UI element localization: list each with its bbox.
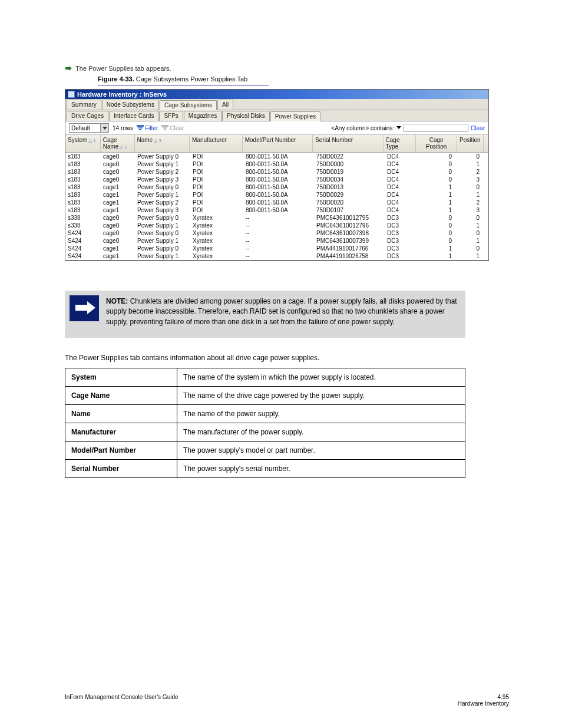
table-row[interactable]: s183cage0Power Supply 3POI800-0011-50.0A… (65, 176, 488, 183)
cell-sys: S424 (65, 245, 101, 252)
cell-cpos: 1 (418, 199, 459, 206)
cell-pos: 1 (459, 237, 485, 245)
col-cage-type[interactable]: Cage Type (384, 135, 416, 152)
cell-sys: s183 (65, 199, 101, 206)
col-system[interactable]: System△ 1 (65, 135, 101, 152)
window-titlebar: Hardware Inventory : InServs (65, 90, 488, 99)
col-cage-name[interactable]: Cage Name△ 2 (101, 135, 135, 152)
table-row[interactable]: s338cage0Power Supply 1Xyratex--PMC64361… (65, 222, 488, 229)
cell-ctype: DC4 (385, 176, 418, 183)
cell-pos: 0 (459, 229, 485, 237)
table-row[interactable]: S424cage0Power Supply 1Xyratex--PMC64361… (65, 237, 488, 245)
cell-name: Power Supply 0 (135, 245, 190, 252)
search-input[interactable] (404, 124, 468, 132)
cell-man: Xyratex (190, 214, 243, 222)
cell-cage: cage0 (101, 153, 135, 160)
table-row[interactable]: S424cage1Power Supply 0Xyratex--PMA44191… (65, 245, 488, 252)
definition-row: Cage NameThe name of the drive cage powe… (65, 386, 465, 404)
cell-name: Power Supply 1 (135, 191, 190, 199)
cell-cage: cage0 (101, 237, 135, 245)
cell-model: 800-0011-50.0A (243, 160, 314, 168)
clear-button[interactable]: Clear (471, 125, 485, 131)
cell-cpos: 0 (418, 214, 459, 222)
cell-man: POI (190, 199, 243, 206)
tab-cage-subsystems[interactable]: Cage Subsystems (160, 100, 217, 110)
chevron-down-icon[interactable] (100, 124, 108, 132)
table-row[interactable]: s338cage0Power Supply 0Xyratex--PMC64361… (65, 214, 488, 222)
chevron-down-icon[interactable] (396, 125, 401, 131)
cell-cage: cage0 (101, 160, 135, 168)
cell-model: -- (243, 229, 314, 237)
filter-clear-icon (161, 125, 168, 131)
any-column-label: <Any column> contains: (331, 125, 394, 131)
col-manufacturer[interactable]: Manufacturer (190, 135, 243, 152)
cell-model: -- (243, 245, 314, 252)
col-cage-position[interactable]: Cage Position (416, 135, 457, 152)
window-icon (68, 91, 75, 98)
cell-cpos: 0 (418, 168, 459, 176)
col-position[interactable]: Position (457, 135, 484, 152)
figure-caption: Cage Subsystems Power Supplies Tab (136, 75, 247, 83)
col-name[interactable]: Name△ 3 (135, 135, 190, 152)
cell-man: Xyratex (190, 229, 243, 237)
table-row[interactable]: s183cage0Power Supply 0POI800-0011-50.0A… (65, 153, 488, 160)
cell-model: -- (243, 252, 314, 260)
cell-cpos: 1 (418, 252, 459, 260)
cell-name: Power Supply 2 (135, 168, 190, 176)
cell-cpos: 0 (418, 229, 459, 237)
table-row[interactable]: S424cage1Power Supply 1Xyratex--PMA44191… (65, 252, 488, 260)
cell-man: POI (190, 176, 243, 183)
cell-serial: PMA441910026758 (314, 252, 385, 260)
tab-summary[interactable]: Summary (67, 100, 101, 110)
cell-man: Xyratex (190, 237, 243, 245)
table-row[interactable]: s183cage1Power Supply 3POI800-0011-50.0A… (65, 206, 488, 214)
cell-serial: PMC643610012795 (314, 214, 385, 222)
tab-physical-disks[interactable]: Physical Disks (222, 111, 269, 121)
svg-rect-4 (138, 127, 143, 129)
definition-row: SystemThe name of the system in which th… (65, 368, 465, 386)
table-row[interactable]: s183cage1Power Supply 1POI800-0011-50.0A… (65, 191, 488, 199)
cell-serial: PMA441910017766 (314, 245, 385, 252)
cell-man: Xyratex (190, 252, 243, 260)
definition-desc: The name of the power supply. (177, 404, 465, 423)
col-model[interactable]: Model/Part Number (243, 135, 313, 152)
footer-left: InForm Management Console User's Guide (65, 694, 178, 707)
section-intro: The Power Supplies tab contains informat… (65, 353, 509, 363)
definition-desc: The name of the drive cage powered by th… (177, 386, 465, 404)
cell-man: POI (190, 153, 243, 160)
svg-rect-3 (137, 125, 144, 127)
table-row[interactable]: S424cage0Power Supply 0Xyratex--PMC64361… (65, 229, 488, 237)
filter-button[interactable]: Filter (137, 125, 158, 131)
table-row[interactable]: s183cage1Power Supply 2POI800-0011-50.0A… (65, 199, 488, 206)
cell-man: POI (190, 183, 243, 191)
cell-man: Xyratex (190, 222, 243, 229)
tab-node-subsystems[interactable]: Node Subsystems (102, 100, 159, 110)
tab-interface-cards[interactable]: Interface Cards (109, 111, 158, 121)
tab-power-supplies[interactable]: Power Supplies (270, 111, 320, 121)
table-row[interactable]: s183cage1Power Supply 0POI800-0011-50.0A… (65, 183, 488, 191)
cell-pos: 2 (459, 199, 485, 206)
cell-cpos: 0 (418, 222, 459, 229)
tab-all[interactable]: All (217, 100, 233, 110)
definition-desc: The power supply's model or part number. (177, 441, 465, 459)
cell-ctype: DC3 (385, 222, 418, 229)
tab-drive-cages[interactable]: Drive Cages (67, 111, 108, 121)
col-serial[interactable]: Serial Number (313, 135, 383, 152)
tab-magazines[interactable]: Magazines (184, 111, 222, 121)
view-combo[interactable] (69, 123, 109, 133)
table-row[interactable]: s183cage0Power Supply 1POI800-0011-50.0A… (65, 160, 488, 168)
cell-ctype: DC3 (385, 237, 418, 245)
cell-sys: S424 (65, 252, 101, 260)
tab-sfps[interactable]: SFPs (159, 111, 183, 121)
definition-desc: The name of the system in which the powe… (177, 368, 465, 386)
rowcount-label: 14 rows (113, 125, 133, 131)
table-row[interactable]: s183cage0Power Supply 2POI800-0011-50.0A… (65, 168, 488, 176)
view-combo-input[interactable] (70, 124, 100, 132)
cell-sys: S424 (65, 237, 101, 245)
figure-label: Figure 4-33. Cage Subsystems Power Suppl… (98, 75, 509, 83)
window-title: Hardware Inventory : InServs (77, 91, 167, 98)
cell-model: -- (243, 237, 314, 245)
svg-rect-5 (139, 129, 141, 130)
cell-ctype: DC4 (385, 183, 418, 191)
cell-serial: 750D0107 (314, 206, 385, 214)
